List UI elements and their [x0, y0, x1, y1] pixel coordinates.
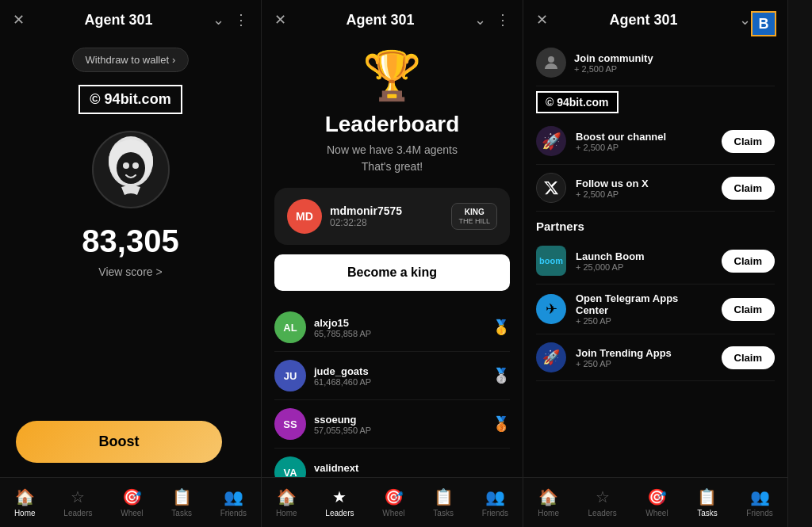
trophy-icon: 🏆: [362, 48, 422, 104]
claim-follow-button[interactable]: Claim: [722, 177, 775, 200]
tasks-icon-p3: 📋: [697, 487, 717, 506]
chevron-down-icon[interactable]: ⌄: [213, 11, 224, 29]
nav-leaders-p3[interactable]: ☆ Leaders: [582, 484, 623, 521]
boost-channel-ap: + 2,500 AP: [576, 143, 712, 152]
nav-leaders-label-p3: Leaders: [588, 509, 617, 517]
panel2-content: 🏆 Leaderboard Now we have 3.4M agents Th…: [262, 40, 523, 477]
king-name: mdmonir7575: [330, 204, 451, 217]
become-king-button[interactable]: Become a king: [274, 254, 510, 291]
nav-leaders[interactable]: ☆ Leaders: [57, 484, 98, 521]
close-icon-p3[interactable]: ✕: [536, 11, 548, 29]
leader-avatar-1: AL: [274, 311, 306, 343]
nav-wheel-p2[interactable]: 🎯 Wheel: [376, 484, 411, 521]
claim-boost-button[interactable]: Claim: [722, 130, 775, 153]
leader-item-2: JU jude_goats 61,468,460 AP 🥈: [274, 352, 510, 400]
king-card: MD mdmonir7575 02:32:28 KING THE HILL: [274, 188, 510, 245]
trending-info: Join Trending Apps + 250 AP: [576, 347, 712, 369]
nav-home-label-p2: Home: [276, 509, 297, 517]
boom-ap: + 25,000 AP: [576, 262, 712, 272]
leader-avatar-4: VA: [274, 456, 306, 477]
panel-tasks: ✕ Agent 301 ⌄ ⋮ Join community + 2,500 A…: [523, 0, 788, 527]
chevron-down-icon-p3[interactable]: ⌄: [739, 11, 751, 29]
withdraw-label: Withdraw to wallet: [86, 54, 169, 66]
nav-tasks-label-p3: Tasks: [697, 509, 718, 517]
nav-friends[interactable]: 👥 Friends: [214, 484, 253, 521]
follow-x-icon: [536, 173, 566, 203]
leader-name-2: jude_goats: [314, 365, 492, 377]
bottom-nav-panel2: 🏠 Home ★ Leaders 🎯 Wheel 📋 Tasks 👥 Frien…: [262, 477, 523, 527]
telegram-icon: ✈: [536, 294, 566, 324]
boost-button[interactable]: Boost: [16, 421, 222, 463]
home-icon-p2: 🏠: [277, 487, 297, 506]
wheel-icon-p2: 🎯: [384, 487, 404, 506]
nav-wheel-p3[interactable]: 🎯 Wheel: [639, 484, 674, 521]
leaders-icon: ☆: [71, 487, 85, 506]
chevron-down-icon-p2[interactable]: ⌄: [474, 11, 486, 29]
task-follow-x: Follow us on X + 2,500 AP Claim: [536, 165, 775, 212]
trending-name: Join Trending Apps: [576, 347, 712, 359]
partner-telegram: ✈ Open Telegram Apps Center + 250 AP Cla…: [536, 285, 775, 334]
close-icon-p2[interactable]: ✕: [274, 11, 286, 29]
nav-friends-label-p2: Friends: [482, 509, 508, 517]
community-item: Join community + 2,500 AP: [536, 40, 775, 86]
leaderboard-title: Leaderboard: [325, 112, 460, 137]
home-icon: 🏠: [15, 487, 35, 506]
boost-section: Boost: [0, 421, 261, 477]
nav-friends-p3[interactable]: 👥 Friends: [740, 484, 779, 521]
panel1-title: Agent 301: [84, 12, 152, 29]
telegram-name: Open Telegram Apps Center: [576, 292, 712, 316]
leader-list: AL alxjo15 65,785,858 AP 🥇 JU jude_goats…: [274, 304, 510, 477]
agent-avatar: [91, 130, 170, 209]
claim-telegram-button[interactable]: Claim: [722, 298, 775, 321]
leader-info-4: validnext ...: [314, 462, 510, 478]
leaders-icon-p3: ☆: [596, 487, 610, 506]
svg-point-5: [548, 56, 554, 63]
nav-wheel-label-p3: Wheel: [645, 509, 668, 517]
trending-ap: + 250 AP: [576, 359, 712, 369]
close-icon[interactable]: ✕: [13, 11, 25, 29]
panel3-content: Join community + 2,500 AP © 94bit.com 🚀 …: [523, 40, 787, 477]
withdraw-button[interactable]: Withdraw to wallet ›: [72, 48, 190, 72]
more-icon[interactable]: ⋮: [234, 11, 248, 29]
leader-score-1: 65,785,858 AP: [314, 329, 492, 338]
panel-home: ✕ Agent 301 ⌄ ⋮ Withdraw to wallet › © 9…: [0, 0, 262, 527]
tasks-icon: 📋: [172, 487, 192, 506]
leaderboard-subtitle: Now we have 3.4M agents That's great!: [327, 142, 458, 175]
panel3-title: Agent 301: [609, 12, 677, 29]
leader-item-3: SS ssoeung 57,055,950 AP 🥉: [274, 400, 510, 449]
partner-boom: boom Launch Boom + 25,000 AP Claim: [536, 238, 775, 285]
king-badge: KING THE HILL: [451, 203, 497, 231]
wheel-icon: 🎯: [122, 487, 142, 506]
nav-tasks-p3[interactable]: 📋 Tasks: [691, 484, 724, 521]
leader-medal-3: 🥉: [492, 415, 510, 433]
nav-tasks[interactable]: 📋 Tasks: [165, 484, 198, 521]
nav-tasks-p2[interactable]: 📋 Tasks: [427, 484, 460, 521]
leader-name-1: alxjo15: [314, 317, 492, 329]
leader-item-1: AL alxjo15 65,785,858 AP 🥇: [274, 304, 510, 352]
nav-home[interactable]: 🏠 Home: [8, 484, 42, 521]
nav-home-p2[interactable]: 🏠 Home: [270, 484, 304, 521]
more-icon-p2[interactable]: ⋮: [496, 11, 510, 29]
nav-home-p3[interactable]: 🏠 Home: [531, 484, 565, 521]
boost-channel-name: Boost our channel: [576, 131, 712, 143]
follow-x-info: Follow us on X + 2,500 AP: [576, 178, 712, 199]
nav-leaders-label-p2: Leaders: [325, 509, 354, 517]
header-panel3: ✕ Agent 301 ⌄ ⋮: [523, 0, 787, 40]
nav-wheel[interactable]: 🎯 Wheel: [114, 484, 149, 521]
leader-medal-2: 🥈: [492, 367, 510, 384]
view-score-link[interactable]: View score >: [98, 265, 162, 278]
telegram-ap: + 250 AP: [576, 316, 712, 326]
nav-tasks-label-p2: Tasks: [433, 509, 454, 517]
task-boost: 🚀 Boost our channel + 2,500 AP Claim: [536, 118, 775, 165]
header-actions: ⌄ ⋮: [213, 11, 248, 29]
partner-trending: 🚀 Join Trending Apps + 250 AP Claim: [536, 334, 775, 381]
claim-boom-button[interactable]: Claim: [722, 250, 775, 273]
nav-leaders-p2[interactable]: ★ Leaders: [319, 484, 360, 521]
claim-trending-button[interactable]: Claim: [722, 346, 775, 369]
telegram-info: Open Telegram Apps Center + 250 AP: [576, 292, 712, 326]
nav-home-label: Home: [14, 509, 36, 517]
nav-wheel-label-p2: Wheel: [382, 509, 404, 517]
king-time: 02:32:28: [330, 217, 451, 228]
community-ap: + 2,500 AP: [574, 64, 775, 74]
nav-friends-p2[interactable]: 👥 Friends: [476, 484, 515, 521]
